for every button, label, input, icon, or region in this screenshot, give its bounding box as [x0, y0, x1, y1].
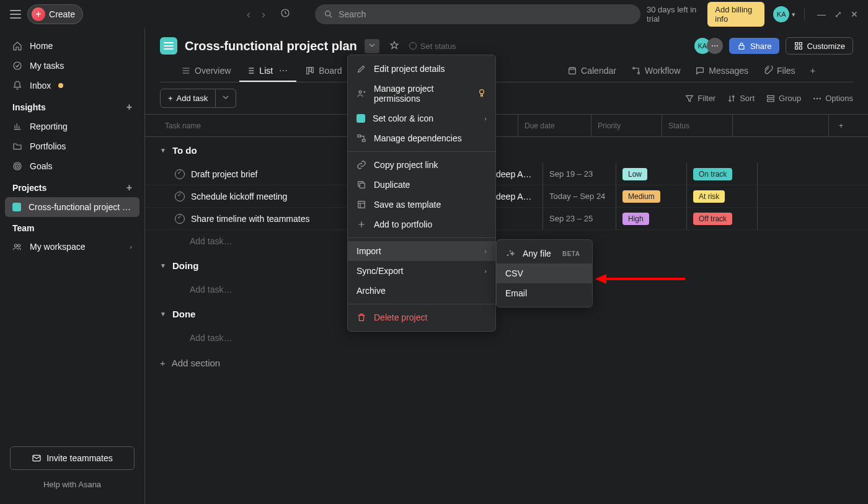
status-pill[interactable]: At risk — [693, 190, 725, 203]
invite-button[interactable]: Invite teammates — [10, 446, 135, 470]
member-avatars[interactable]: KA ⋯ — [694, 38, 723, 54]
tab-messages[interactable]: Messages — [689, 61, 755, 82]
project-name-label: Cross-functional project p… — [29, 202, 132, 212]
tab-board-label: Board — [319, 66, 342, 76]
status-pill[interactable]: Off track — [693, 213, 732, 225]
task-name: Schedule kickoff meeting — [191, 192, 287, 201]
priority-pill[interactable]: Medium — [622, 190, 660, 203]
nav-mytasks-label: My tasks — [30, 61, 64, 71]
collapse-icon[interactable]: ▼ — [160, 262, 166, 269]
star-button[interactable] — [387, 38, 402, 55]
project-dropdown-button[interactable] — [365, 39, 379, 53]
close-icon[interactable]: ✕ — [851, 9, 858, 19]
search-input[interactable]: Search — [315, 4, 640, 24]
tab-list[interactable]: List⋯ — [239, 61, 296, 82]
svg-point-5 — [17, 166, 17, 166]
filter-button[interactable]: Filter — [684, 94, 715, 104]
menu-permissions[interactable]: Manage project permissions — [348, 79, 495, 108]
add-task-row[interactable]: Add task… — [145, 327, 868, 349]
collapse-icon[interactable]: ▼ — [160, 311, 166, 317]
home-icon — [12, 41, 22, 51]
search-icon — [324, 9, 334, 19]
task-row[interactable]: Share timeline with teammates Sep 23 – 2… — [145, 208, 868, 230]
nav-workspace[interactable]: My workspace › — [0, 237, 144, 257]
tab-board[interactable]: Board — [299, 61, 348, 82]
create-button[interactable]: + Create — [27, 4, 83, 24]
tab-overview[interactable]: Overview — [175, 61, 237, 82]
customize-button[interactable]: Customize — [786, 37, 853, 55]
back-button[interactable]: ‹ — [244, 6, 253, 24]
group-button[interactable]: Group — [766, 94, 801, 104]
tab-files[interactable]: Files — [757, 61, 802, 82]
menu-template[interactable]: Save as template — [348, 195, 495, 214]
svg-rect-27 — [358, 135, 361, 137]
task-row[interactable]: Schedule kickoff meeting arandeep A… Tod… — [145, 185, 868, 208]
tab-options-icon[interactable]: ⋯ — [277, 66, 290, 76]
menu-delete[interactable]: Delete project — [348, 307, 495, 327]
trial-text: 30 days left in trial — [647, 5, 699, 24]
share-button[interactable]: Share — [729, 38, 779, 54]
add-column-button[interactable]: + — [828, 115, 853, 136]
menu-archive[interactable]: Archive — [348, 281, 495, 301]
sidebar-project-item[interactable]: Cross-functional project p… — [5, 197, 140, 217]
add-task-dropdown[interactable] — [216, 89, 236, 108]
nav-home[interactable]: Home — [0, 36, 144, 56]
import-submenu: Any file BETA CSV Email — [496, 239, 593, 307]
section-todo[interactable]: ▼ To do — [145, 137, 868, 163]
menu-dependencies[interactable]: Manage dependencies — [348, 128, 495, 148]
submenu-email[interactable]: Email — [497, 283, 592, 303]
status-pill[interactable]: On track — [693, 168, 732, 180]
nav-reporting[interactable]: Reporting — [0, 117, 144, 136]
menu-edit-details[interactable]: Edit project details — [348, 59, 495, 79]
menu-duplicate[interactable]: Duplicate — [348, 175, 495, 195]
create-label: Create — [49, 9, 75, 19]
task-check-icon[interactable] — [175, 214, 185, 224]
tab-calendar[interactable]: Calendar — [561, 61, 622, 82]
nav-inbox[interactable]: Inbox — [0, 76, 144, 95]
priority-pill[interactable]: High — [622, 213, 649, 225]
people-icon — [12, 242, 22, 252]
options-button[interactable]: Options — [812, 94, 853, 104]
collapse-icon[interactable]: ▼ — [160, 147, 166, 154]
task-date[interactable]: Today – Sep 24 — [542, 185, 616, 207]
sort-button[interactable]: Sort — [727, 94, 755, 104]
user-avatar[interactable]: KA — [773, 6, 789, 22]
menu-import[interactable]: Import› — [348, 241, 495, 261]
minimize-icon[interactable]: — — [817, 9, 826, 19]
tab-workflow[interactable]: Workflow — [625, 61, 686, 82]
help-link[interactable]: Help with Asana — [10, 480, 135, 489]
set-status-button[interactable]: Set status — [409, 42, 456, 51]
submenu-csv[interactable]: CSV — [497, 263, 592, 283]
task-check-icon[interactable] — [175, 192, 185, 201]
insights-add-icon[interactable]: + — [126, 102, 132, 113]
color-square-icon — [356, 114, 365, 123]
task-check-icon[interactable] — [175, 169, 185, 179]
menu-sync[interactable]: Sync/Export› — [348, 261, 495, 281]
task-extra[interactable] — [757, 163, 853, 185]
task-row[interactable]: Draft project brief arandeep A… Sep 19 –… — [145, 163, 868, 185]
avatar-chevron-icon[interactable]: ▾ — [792, 11, 795, 19]
nav-goals[interactable]: Goals — [0, 156, 144, 176]
add-task-button[interactable]: + Add task — [160, 89, 216, 108]
nav-portfolios-label: Portfolios — [30, 141, 66, 151]
task-extra[interactable] — [757, 208, 853, 229]
forward-button[interactable]: › — [259, 6, 268, 24]
nav-mytasks[interactable]: My tasks — [0, 56, 144, 76]
history-icon[interactable] — [280, 8, 290, 20]
restore-icon[interactable]: ⤢ — [835, 9, 842, 19]
projects-add-icon[interactable]: + — [126, 182, 132, 193]
task-date[interactable]: Sep 19 – 23 — [542, 163, 616, 185]
nav-portfolios[interactable]: Portfolios — [0, 136, 144, 156]
priority-pill[interactable]: Low — [622, 168, 647, 180]
billing-button[interactable]: Add billing info — [707, 2, 764, 27]
tab-add-icon[interactable]: + — [804, 61, 822, 82]
filter-icon — [684, 94, 694, 104]
menu-copy-link[interactable]: Copy project link — [348, 155, 495, 175]
task-date[interactable]: Sep 23 – 25 — [542, 208, 616, 229]
menu-color[interactable]: Set color & icon› — [348, 108, 495, 128]
task-extra[interactable] — [757, 185, 853, 207]
menu-portfolio[interactable]: Add to portfolio — [348, 214, 495, 234]
submenu-anyfile[interactable]: Any file BETA — [497, 244, 592, 263]
add-section-button[interactable]: + Add section — [145, 349, 868, 377]
menu-toggle[interactable] — [10, 10, 21, 19]
